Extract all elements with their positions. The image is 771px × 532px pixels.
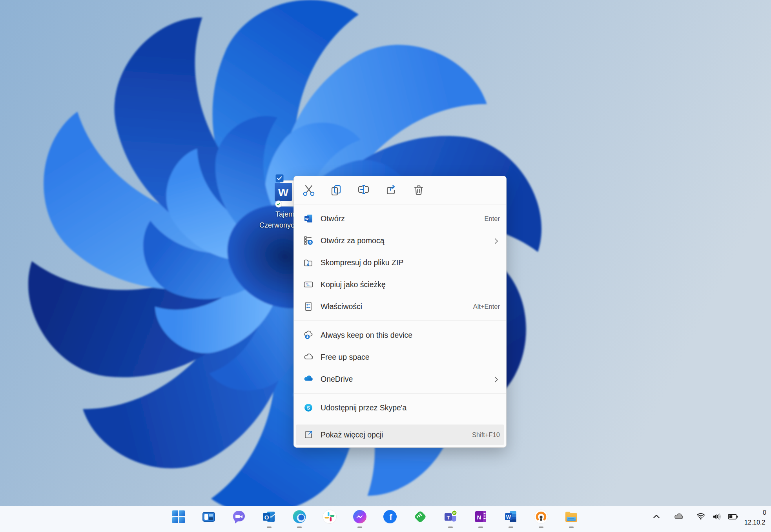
selection-checkbox-icon[interactable]	[275, 174, 284, 182]
teams-icon: T	[443, 509, 458, 525]
tray-clock[interactable]: 0 12.10.2	[744, 508, 771, 527]
taskbar-app-word[interactable]: W	[503, 509, 519, 525]
taskbar-app-messenger[interactable]	[352, 509, 368, 525]
chevron-right-icon	[493, 375, 500, 383]
task-view-button[interactable]	[201, 509, 217, 525]
running-indicator	[569, 527, 574, 528]
menu-item-label: Free up space	[321, 353, 500, 362]
menu-item-label: Właściwości	[321, 302, 473, 311]
onenote-letter: N	[477, 514, 481, 521]
openvpn-icon	[533, 509, 549, 525]
onenote-icon: N	[473, 509, 488, 525]
tray-show-hidden-icons-button[interactable]	[651, 511, 662, 522]
start-button[interactable]	[171, 509, 186, 525]
desktop-file-label-line1: Tajem	[235, 210, 294, 219]
rename-button[interactable]	[357, 184, 370, 197]
menu-group-file-actions: W Otwórz Enter Otwórz za pomocą	[294, 204, 506, 321]
facebook-icon: f	[382, 509, 398, 525]
chat-icon	[231, 509, 247, 525]
slack-icon	[322, 509, 337, 525]
taskbar-app-chat[interactable]	[231, 509, 247, 525]
copy-button[interactable]	[330, 184, 343, 197]
skype-icon: S	[303, 403, 314, 413]
taskbar-app-feedly[interactable]	[412, 509, 428, 525]
taskbar-app-facebook[interactable]: f	[382, 509, 398, 525]
menu-item-copy-as-path[interactable]: \\.. Kopiuj jako ścieżkę	[294, 273, 506, 295]
taskbar-app-teams[interactable]: T	[443, 509, 458, 525]
menu-item-shortcut: Enter	[485, 215, 500, 222]
menu-group-more: Pokaż więcej opcji Shift+F10	[294, 422, 506, 447]
taskbar-app-outlook[interactable]: O	[261, 509, 277, 525]
tray-quick-settings-button[interactable]	[695, 511, 738, 522]
cloud-download-icon	[303, 330, 314, 340]
chevron-up-icon	[651, 511, 662, 522]
share-button[interactable]	[385, 184, 398, 197]
taskbar-app-slack[interactable]	[322, 509, 337, 525]
running-indicator	[478, 527, 483, 528]
menu-item-label: Otwórz	[321, 214, 485, 223]
windows-start-icon	[171, 509, 186, 525]
menu-item-compress-zip[interactable]: Skompresuj do pliku ZIP	[294, 251, 506, 273]
menu-item-always-keep-on-device[interactable]: Always keep on this device	[294, 324, 506, 346]
menu-item-share-skype[interactable]: S Udostępnij przez Skype'a	[294, 397, 506, 419]
word-letter: W	[305, 217, 309, 221]
tray-onedrive-button[interactable]	[673, 511, 684, 522]
task-view-icon	[201, 509, 217, 525]
menu-item-shortcut: Alt+Enter	[473, 303, 500, 310]
desktop-file-label-line2: Czerwonyc	[231, 221, 294, 230]
taskbar-app-edge[interactable]	[292, 509, 307, 525]
running-indicator	[297, 527, 302, 528]
scissors-icon	[302, 184, 315, 197]
show-more-options-icon	[303, 430, 314, 440]
clock-date: 12.10.2	[744, 519, 765, 526]
outlook-icon: O	[261, 509, 277, 525]
clock-time: 0	[744, 508, 771, 517]
word-app-icon: W	[303, 213, 314, 224]
onedrive-tray-icon	[673, 511, 684, 522]
quick-actions-row	[294, 176, 506, 204]
outlook-letter: O	[264, 514, 269, 521]
battery-icon	[727, 511, 738, 522]
taskbar-app-openvpn[interactable]	[533, 509, 549, 525]
menu-item-free-up-space[interactable]: Free up space	[294, 346, 506, 368]
taskbar-app-file-explorer[interactable]	[563, 509, 579, 525]
running-indicator	[357, 527, 362, 528]
running-indicator	[539, 527, 543, 528]
facebook-letter: f	[389, 512, 392, 522]
taskbar: O	[0, 506, 771, 532]
messenger-icon	[352, 509, 368, 525]
open-with-icon	[303, 235, 314, 246]
menu-item-label: Pokaż więcej opcji	[321, 430, 472, 439]
onedrive-icon	[303, 374, 314, 384]
word-letter: W	[506, 514, 511, 520]
copy-icon	[330, 184, 343, 197]
word-letter: W	[278, 186, 289, 199]
menu-item-onedrive[interactable]: OneDrive	[294, 368, 506, 390]
rename-icon	[357, 184, 370, 197]
menu-item-label: Kopiuj jako ścieżkę	[321, 280, 500, 289]
chevron-right-icon	[493, 237, 500, 244]
teams-letter: T	[447, 515, 450, 521]
edge-icon	[292, 509, 307, 525]
taskbar-app-onenote[interactable]: N	[473, 509, 488, 525]
menu-item-properties[interactable]: Właściwości Alt+Enter	[294, 295, 506, 317]
skype-letter: S	[307, 405, 310, 411]
cut-button[interactable]	[302, 184, 315, 197]
menu-item-open-with[interactable]: Otwórz za pomocą	[294, 230, 506, 251]
feedly-icon	[412, 509, 428, 525]
context-menu: W Otwórz Enter Otwórz za pomocą	[293, 176, 507, 448]
taskbar-apps: O	[171, 509, 579, 525]
menu-item-label: Always keep on this device	[321, 331, 500, 340]
share-icon	[385, 184, 398, 197]
file-explorer-icon	[563, 509, 579, 525]
volume-icon	[711, 511, 722, 522]
running-indicator	[448, 527, 453, 528]
menu-group-share: S Udostępnij przez Skype'a	[294, 394, 506, 422]
menu-item-show-more-options[interactable]: Pokaż więcej opcji Shift+F10	[296, 425, 504, 445]
menu-item-label: OneDrive	[321, 375, 488, 384]
delete-button[interactable]	[412, 184, 425, 197]
running-indicator	[509, 527, 513, 528]
menu-item-open[interactable]: W Otwórz Enter	[294, 208, 506, 230]
wifi-icon	[695, 511, 706, 522]
cloud-icon	[303, 352, 314, 362]
